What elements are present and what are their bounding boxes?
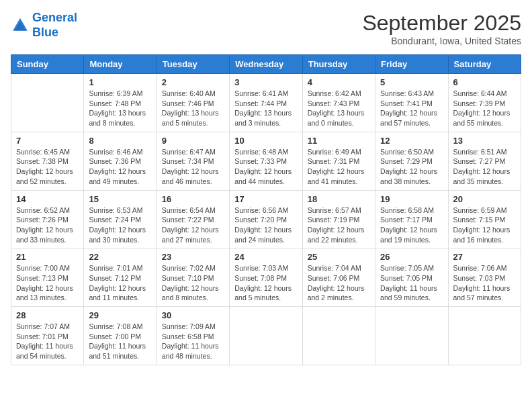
- calendar-week-row: 21Sunrise: 7:00 AMSunset: 7:13 PMDayligh…: [11, 248, 521, 307]
- day-number: 7: [16, 136, 79, 146]
- day-number: 2: [162, 77, 224, 87]
- day-header-thursday: Thursday: [302, 55, 375, 74]
- day-info: Sunrise: 7:05 AMSunset: 7:05 PMDaylight:…: [380, 263, 443, 303]
- day-number: 13: [453, 136, 516, 146]
- day-info: Sunrise: 6:56 AMSunset: 7:20 PMDaylight:…: [234, 205, 297, 245]
- calendar-cell: 23Sunrise: 7:02 AMSunset: 7:10 PMDayligh…: [157, 248, 229, 307]
- calendar-cell: 4Sunrise: 6:42 AMSunset: 7:43 PMDaylight…: [302, 74, 375, 132]
- calendar-cell: 11Sunrise: 6:49 AMSunset: 7:31 PMDayligh…: [302, 132, 375, 190]
- logo: General Blue: [11, 11, 77, 40]
- calendar-cell: 1Sunrise: 6:39 AMSunset: 7:48 PMDaylight…: [84, 74, 157, 132]
- day-info: Sunrise: 6:39 AMSunset: 7:48 PMDaylight:…: [89, 89, 151, 128]
- calendar-cell: 28Sunrise: 7:07 AMSunset: 7:01 PMDayligh…: [11, 307, 84, 365]
- day-info: Sunrise: 6:43 AMSunset: 7:41 PMDaylight:…: [380, 89, 443, 128]
- day-number: 27: [453, 252, 516, 262]
- calendar-header-row: SundayMondayTuesdayWednesdayThursdayFrid…: [11, 55, 521, 74]
- day-info: Sunrise: 6:53 AMSunset: 7:24 PMDaylight:…: [89, 205, 151, 245]
- day-number: 22: [89, 252, 151, 262]
- day-number: 9: [162, 136, 224, 146]
- calendar-cell: 27Sunrise: 7:06 AMSunset: 7:03 PMDayligh…: [448, 248, 521, 307]
- day-info: Sunrise: 6:48 AMSunset: 7:33 PMDaylight:…: [234, 147, 297, 187]
- calendar-cell: 3Sunrise: 6:41 AMSunset: 7:44 PMDaylight…: [230, 74, 302, 132]
- logo-text: General Blue: [32, 11, 77, 40]
- day-info: Sunrise: 7:01 AMSunset: 7:12 PMDaylight:…: [89, 263, 151, 303]
- day-info: Sunrise: 6:41 AMSunset: 7:44 PMDaylight:…: [234, 89, 297, 128]
- location: Bondurant, Iowa, United States: [362, 36, 521, 46]
- month-title: September 2025: [362, 11, 521, 36]
- day-number: 26: [380, 252, 443, 262]
- day-info: Sunrise: 7:08 AMSunset: 7:00 PMDaylight:…: [89, 322, 151, 361]
- day-info: Sunrise: 7:09 AMSunset: 6:58 PMDaylight:…: [162, 322, 224, 361]
- calendar-cell: 30Sunrise: 7:09 AMSunset: 6:58 PMDayligh…: [157, 307, 229, 365]
- day-header-tuesday: Tuesday: [157, 55, 229, 74]
- logo-icon: [11, 16, 30, 35]
- day-number: 24: [234, 252, 297, 262]
- day-info: Sunrise: 7:00 AMSunset: 7:13 PMDaylight:…: [16, 263, 79, 303]
- day-info: Sunrise: 6:50 AMSunset: 7:29 PMDaylight:…: [380, 147, 443, 187]
- calendar-cell: 13Sunrise: 6:51 AMSunset: 7:27 PMDayligh…: [448, 132, 521, 190]
- day-number: 16: [162, 194, 224, 204]
- day-number: 3: [234, 77, 297, 87]
- calendar-cell: [375, 307, 448, 365]
- day-info: Sunrise: 6:46 AMSunset: 7:36 PMDaylight:…: [89, 147, 151, 187]
- calendar-cell: 24Sunrise: 7:03 AMSunset: 7:08 PMDayligh…: [230, 248, 302, 307]
- day-info: Sunrise: 7:04 AMSunset: 7:06 PMDaylight:…: [308, 263, 370, 303]
- day-number: 19: [380, 194, 443, 204]
- day-number: 25: [308, 252, 370, 262]
- day-number: 21: [16, 252, 79, 262]
- day-info: Sunrise: 6:54 AMSunset: 7:22 PMDaylight:…: [162, 205, 224, 245]
- day-number: 5: [380, 77, 443, 87]
- calendar-cell: 19Sunrise: 6:58 AMSunset: 7:17 PMDayligh…: [375, 190, 448, 248]
- calendar-cell: [448, 307, 521, 365]
- calendar-cell: 12Sunrise: 6:50 AMSunset: 7:29 PMDayligh…: [375, 132, 448, 190]
- day-info: Sunrise: 7:03 AMSunset: 7:08 PMDaylight:…: [234, 263, 297, 303]
- calendar-week-row: 7Sunrise: 6:45 AMSunset: 7:38 PMDaylight…: [11, 132, 521, 190]
- calendar-cell: [11, 74, 84, 132]
- day-number: 12: [380, 136, 443, 146]
- day-info: Sunrise: 7:07 AMSunset: 7:01 PMDaylight:…: [16, 322, 79, 361]
- day-number: 20: [453, 194, 516, 204]
- calendar-cell: 14Sunrise: 6:52 AMSunset: 7:26 PMDayligh…: [11, 190, 84, 248]
- day-info: Sunrise: 7:06 AMSunset: 7:03 PMDaylight:…: [453, 263, 516, 303]
- calendar-cell: 25Sunrise: 7:04 AMSunset: 7:06 PMDayligh…: [302, 248, 375, 307]
- calendar-cell: 22Sunrise: 7:01 AMSunset: 7:12 PMDayligh…: [84, 248, 157, 307]
- day-number: 11: [308, 136, 370, 146]
- day-number: 29: [89, 310, 151, 320]
- day-header-friday: Friday: [375, 55, 448, 74]
- day-info: Sunrise: 6:42 AMSunset: 7:43 PMDaylight:…: [308, 89, 370, 128]
- day-info: Sunrise: 6:47 AMSunset: 7:34 PMDaylight:…: [162, 147, 224, 187]
- day-header-sunday: Sunday: [11, 55, 84, 74]
- day-info: Sunrise: 6:44 AMSunset: 7:39 PMDaylight:…: [453, 89, 516, 128]
- day-number: 15: [89, 194, 151, 204]
- day-info: Sunrise: 7:02 AMSunset: 7:10 PMDaylight:…: [162, 263, 224, 303]
- calendar-cell: 20Sunrise: 6:59 AMSunset: 7:15 PMDayligh…: [448, 190, 521, 248]
- day-info: Sunrise: 6:52 AMSunset: 7:26 PMDaylight:…: [16, 205, 79, 245]
- calendar-cell: 7Sunrise: 6:45 AMSunset: 7:38 PMDaylight…: [11, 132, 84, 190]
- calendar: SundayMondayTuesdayWednesdayThursdayFrid…: [11, 54, 521, 365]
- day-number: 23: [162, 252, 224, 262]
- calendar-cell: 10Sunrise: 6:48 AMSunset: 7:33 PMDayligh…: [230, 132, 302, 190]
- day-header-wednesday: Wednesday: [230, 55, 302, 74]
- calendar-week-row: 14Sunrise: 6:52 AMSunset: 7:26 PMDayligh…: [11, 190, 521, 248]
- day-number: 17: [234, 194, 297, 204]
- calendar-cell: 5Sunrise: 6:43 AMSunset: 7:41 PMDaylight…: [375, 74, 448, 132]
- day-info: Sunrise: 6:58 AMSunset: 7:17 PMDaylight:…: [380, 205, 443, 245]
- day-info: Sunrise: 6:40 AMSunset: 7:46 PMDaylight:…: [162, 89, 224, 128]
- day-info: Sunrise: 6:51 AMSunset: 7:27 PMDaylight:…: [453, 147, 516, 187]
- calendar-cell: 15Sunrise: 6:53 AMSunset: 7:24 PMDayligh…: [84, 190, 157, 248]
- day-number: 10: [234, 136, 297, 146]
- calendar-cell: [230, 307, 302, 365]
- logo-line1: General: [32, 11, 77, 24]
- calendar-cell: 26Sunrise: 7:05 AMSunset: 7:05 PMDayligh…: [375, 248, 448, 307]
- day-number: 1: [89, 77, 151, 87]
- day-info: Sunrise: 6:45 AMSunset: 7:38 PMDaylight:…: [16, 147, 79, 187]
- calendar-cell: 9Sunrise: 6:47 AMSunset: 7:34 PMDaylight…: [157, 132, 229, 190]
- calendar-cell: 6Sunrise: 6:44 AMSunset: 7:39 PMDaylight…: [448, 74, 521, 132]
- page-header: General Blue September 2025 Bondurant, I…: [11, 11, 521, 46]
- calendar-cell: 21Sunrise: 7:00 AMSunset: 7:13 PMDayligh…: [11, 248, 84, 307]
- calendar-cell: 29Sunrise: 7:08 AMSunset: 7:00 PMDayligh…: [84, 307, 157, 365]
- title-block: September 2025 Bondurant, Iowa, United S…: [362, 11, 521, 46]
- calendar-week-row: 1Sunrise: 6:39 AMSunset: 7:48 PMDaylight…: [11, 74, 521, 132]
- calendar-cell: [302, 307, 375, 365]
- calendar-cell: 16Sunrise: 6:54 AMSunset: 7:22 PMDayligh…: [157, 190, 229, 248]
